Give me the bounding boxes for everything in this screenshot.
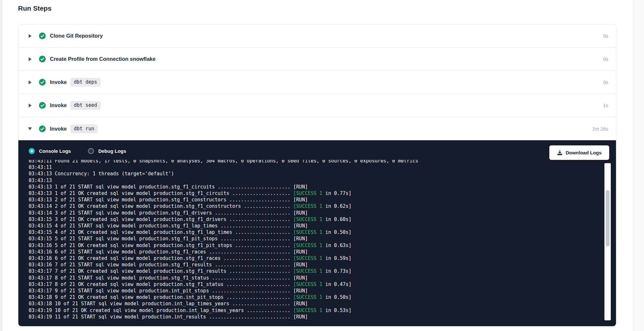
log-line: 03:43:16 5 of 21 OK created sql view mod… bbox=[29, 242, 599, 249]
debug-logs-label[interactable]: Debug Logs bbox=[98, 148, 126, 154]
log-lines: 03:43:11 Found 21 models, 17 tests, 0 sn… bbox=[29, 160, 599, 320]
log-panel: Console Logs Debug Logs Download Logs 03… bbox=[18, 140, 616, 326]
log-line: 03:43:13 Concurrency: 1 threads (target=… bbox=[29, 170, 599, 177]
caret-right-icon[interactable] bbox=[28, 104, 32, 107]
log-line: 03:43:17 8 of 21 OK created sql view mod… bbox=[29, 281, 599, 288]
debug-logs-radio[interactable]: Debug Logs bbox=[88, 148, 126, 154]
command-chip: dbt deps bbox=[70, 78, 100, 87]
step-duration: 0s bbox=[603, 33, 608, 39]
radio-unselected-icon[interactable] bbox=[88, 148, 94, 154]
log-line: 03:43:14 2 of 21 OK created sql view mod… bbox=[29, 203, 599, 209]
log-line: 03:43:19 10 of 21 OK created sql view mo… bbox=[29, 307, 599, 314]
log-line: 03:43:13 1 of 21 START sql view model pr… bbox=[29, 184, 599, 190]
log-line: 03:43:16 7 of 21 START sql view model pr… bbox=[29, 262, 599, 268]
step-row-create-profile[interactable]: Create Profile from Connection snowflake… bbox=[18, 48, 616, 71]
run-steps-card: Clone Git Repository 0s Create Profile f… bbox=[18, 24, 616, 326]
log-line: 03:43:13 2 of 21 START sql view model pr… bbox=[29, 197, 599, 203]
log-scrollbar-track[interactable] bbox=[604, 163, 611, 320]
download-logs-button[interactable]: Download Logs bbox=[549, 145, 609, 160]
console-logs-radio[interactable]: Console Logs bbox=[29, 148, 71, 154]
command-chip: dbt seed bbox=[70, 101, 100, 110]
log-line: 03:43:14 3 of 21 START sql view model pr… bbox=[29, 210, 599, 216]
caret-down-icon[interactable] bbox=[28, 127, 32, 130]
step-duration: 2m 26s bbox=[592, 126, 608, 132]
check-circle-icon bbox=[39, 32, 46, 39]
step-row-invoke-dbt-deps[interactable]: Invoke dbt deps 0s bbox=[18, 71, 616, 94]
step-label: Invoke bbox=[50, 102, 67, 108]
step-label: Invoke bbox=[50, 79, 67, 85]
step-row-invoke-dbt-run[interactable]: Invoke dbt run 2m 26s bbox=[18, 117, 616, 140]
check-circle-icon bbox=[39, 79, 46, 86]
console-log-output[interactable]: 03:43:11 Found 21 models, 17 tests, 0 sn… bbox=[29, 160, 599, 325]
log-line: 03:43:15 5 of 21 START sql view model pr… bbox=[29, 235, 599, 242]
step-label: Create Profile from Connection snowflake bbox=[50, 56, 156, 62]
log-line: 03:43:15 4 of 21 OK created sql view mod… bbox=[29, 229, 599, 235]
step-row-invoke-dbt-seed[interactable]: Invoke dbt seed 1s bbox=[18, 94, 616, 117]
log-line: 03:43:15 4 of 21 START sql view model pr… bbox=[29, 223, 599, 229]
log-line: 03:43:11 bbox=[29, 164, 599, 170]
step-label: Clone Git Repository bbox=[50, 33, 103, 39]
check-circle-icon bbox=[39, 125, 46, 132]
check-circle-icon bbox=[39, 102, 46, 109]
log-line: 03:43:13 1 of 21 OK created sql view mod… bbox=[29, 190, 599, 197]
log-line: 03:43:19 11 of 21 START sql view model p… bbox=[29, 314, 599, 320]
log-line: 03:43:16 6 of 21 START sql view model pr… bbox=[29, 249, 599, 255]
log-scrollbar-thumb[interactable] bbox=[606, 190, 610, 246]
download-icon bbox=[557, 150, 563, 155]
radio-selected-icon[interactable] bbox=[29, 148, 35, 154]
console-logs-label[interactable]: Console Logs bbox=[39, 148, 71, 154]
log-line: 03:43:18 9 of 21 OK created sql view mod… bbox=[29, 294, 599, 300]
check-circle-icon bbox=[39, 56, 46, 62]
log-line: 03:43:15 3 of 21 OK created sql view mod… bbox=[29, 216, 599, 223]
step-label: Invoke bbox=[50, 126, 67, 132]
caret-right-icon[interactable] bbox=[28, 57, 32, 61]
caret-right-icon[interactable] bbox=[28, 80, 32, 84]
step-row-clone-git-repository[interactable]: Clone Git Repository 0s bbox=[18, 24, 616, 48]
log-line: 03:43:18 10 of 21 START sql view model p… bbox=[29, 300, 599, 307]
log-line: 03:43:11 Found 21 models, 17 tests, 0 sn… bbox=[29, 160, 599, 164]
command-chip: dbt run bbox=[70, 124, 98, 133]
log-line: 03:43:17 7 of 21 OK created sql view mod… bbox=[29, 268, 599, 274]
step-duration: 0s bbox=[603, 79, 608, 85]
log-tabs: Console Logs Debug Logs bbox=[29, 148, 126, 154]
page-scrollbar-track[interactable] bbox=[633, 0, 644, 331]
log-line: 03:43:17 8 of 21 START sql view model pr… bbox=[29, 275, 599, 281]
left-gutter bbox=[0, 0, 2, 331]
caret-right-icon[interactable] bbox=[28, 34, 32, 38]
download-logs-label: Download Logs bbox=[566, 150, 602, 155]
log-line: 03:43:17 9 of 21 START sql view model pr… bbox=[29, 288, 599, 294]
log-line: 03:43:13 bbox=[29, 177, 599, 184]
page-title: Run Steps bbox=[18, 5, 52, 12]
log-line: 03:43:16 6 of 21 OK created sql view mod… bbox=[29, 255, 599, 262]
step-duration: 1s bbox=[603, 103, 608, 108]
step-duration: 0s bbox=[603, 56, 608, 62]
